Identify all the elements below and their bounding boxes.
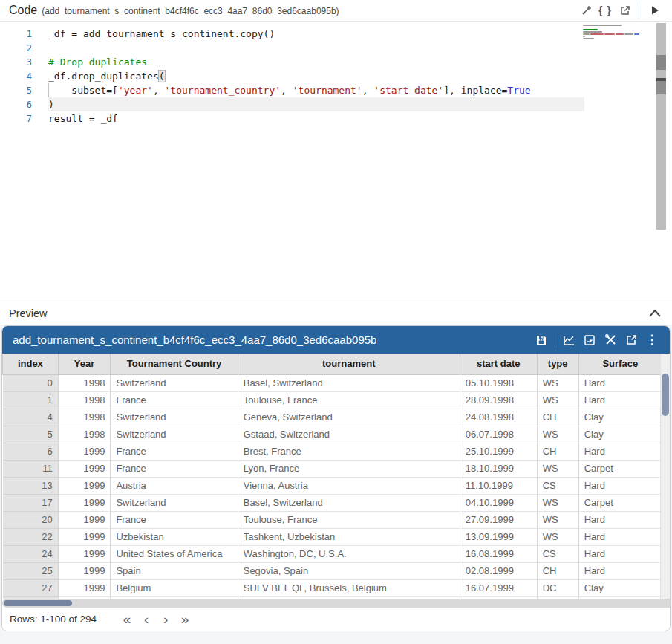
table-cell: 1998 xyxy=(58,409,111,426)
preview-section-header[interactable]: Preview xyxy=(0,302,672,325)
table-cell: Austria xyxy=(111,477,238,494)
column-header[interactable]: start date xyxy=(460,354,537,374)
table-cell: 1 xyxy=(3,391,59,409)
dataframe-table-container: indexYearTournament Countrytournamentsta… xyxy=(2,354,670,599)
table-cell: Carpet xyxy=(578,460,662,477)
table-cell: Clay xyxy=(578,409,662,426)
table-cell: 16.07.1999 xyxy=(460,579,537,596)
table-cell: United States of America xyxy=(111,545,238,562)
table-row[interactable]: 241999United States of AmericaWashington… xyxy=(3,545,671,562)
table-cell: Clay xyxy=(578,426,662,443)
code-text: result = _df xyxy=(48,111,584,126)
code-line[interactable]: 2 xyxy=(0,41,672,55)
line-number: 2 xyxy=(0,41,34,55)
table-cell: 1999 xyxy=(58,443,111,460)
table-cell: France xyxy=(111,391,238,409)
column-header[interactable]: index xyxy=(3,354,59,374)
collapse-preview-button[interactable] xyxy=(648,309,662,318)
table-vertical-scrollbar[interactable] xyxy=(660,354,670,599)
column-header[interactable]: type xyxy=(537,354,578,374)
tools-icon[interactable] xyxy=(600,331,621,349)
code-text: _df.drop_duplicates( xyxy=(48,69,584,83)
column-header[interactable]: tournament xyxy=(238,354,460,374)
save-icon[interactable] xyxy=(531,331,552,349)
insert-table-icon[interactable] xyxy=(579,331,600,349)
table-cell: 1998 xyxy=(58,426,111,443)
table-cell: CH xyxy=(537,409,578,426)
code-scrollbar[interactable] xyxy=(656,23,666,230)
code-line[interactable]: 4_df.drop_duplicates( xyxy=(0,69,672,83)
curly-braces-icon[interactable]: { } xyxy=(596,2,615,19)
code-editor[interactable]: 1_df = add_tournament_s_continent.copy()… xyxy=(0,22,672,302)
code-text: ) xyxy=(48,97,584,111)
minimap[interactable] xyxy=(583,25,652,40)
line-number: 4 xyxy=(0,69,34,83)
table-row[interactable]: 251999SpainSegovia, Spain02.08.1999CHHar… xyxy=(3,562,671,579)
table-cell: 11 xyxy=(3,460,59,477)
table-cell: CS xyxy=(537,477,578,494)
table-row[interactable]: 271999BelgiumSUI V BEL QF, Brussels, Bel… xyxy=(3,579,671,596)
column-header[interactable]: Surface xyxy=(578,354,662,374)
open-external-icon[interactable] xyxy=(621,331,642,349)
kebab-menu-icon[interactable]: ⋮ xyxy=(642,331,662,349)
table-cell: 11.10.1999 xyxy=(460,477,537,494)
code-line[interactable]: 7result = _df xyxy=(0,111,672,126)
column-header[interactable]: Year xyxy=(58,354,111,374)
line-number: 3 xyxy=(0,55,34,69)
code-line[interactable]: 5 subset=['year', 'tournament_country', … xyxy=(0,83,672,97)
chart-icon[interactable] xyxy=(558,331,579,349)
table-cell: 5 xyxy=(3,426,59,443)
table-cell: France xyxy=(111,443,238,460)
panel-footer: Rows: 1-100 of 294 «‹›» xyxy=(2,608,670,631)
table-cell: Uzbekistan xyxy=(111,528,238,545)
code-line[interactable]: 6) xyxy=(0,97,672,111)
table-cell: SUI V BEL QF, Brussels, Belgium xyxy=(238,579,460,596)
column-header[interactable]: Tournament Country xyxy=(111,354,238,374)
table-row[interactable]: 11998FranceToulouse, France28.09.1998WSH… xyxy=(3,391,671,409)
code-text: subset=['year', 'tournament_country', 't… xyxy=(48,83,584,97)
open-external-icon[interactable] xyxy=(615,2,634,19)
table-cell: 17 xyxy=(3,494,59,511)
table-row[interactable]: 111999FranceLyon, France18.10.1999WSCarp… xyxy=(3,460,671,477)
code-line[interactable]: 1_df = add_tournament_s_continent.copy() xyxy=(0,27,672,41)
table-body: 01998SwitzerlandBasel, Switzerland05.10.… xyxy=(3,374,671,599)
line-number: 7 xyxy=(0,111,34,126)
next-page-button[interactable]: › xyxy=(157,612,174,626)
table-cell: France xyxy=(111,511,238,528)
table-row[interactable]: 171999SwitzerlandBasel, Switzerland04.10… xyxy=(3,494,671,511)
dataframe-preview-panel: add_tournament_s_continent_b4cf4f6c_ecc3… xyxy=(1,325,671,631)
table-row[interactable]: 221999UzbekistanTashkent, Uzbekistan13.0… xyxy=(3,528,671,545)
run-icon[interactable] xyxy=(645,2,665,19)
magic-wand-icon[interactable] xyxy=(576,2,596,19)
table-row[interactable]: 01998SwitzerlandBasel, Switzerland05.10.… xyxy=(3,374,671,391)
table-horizontal-scrollbar[interactable] xyxy=(2,599,670,608)
table-cell: 27.09.1999 xyxy=(460,511,537,528)
prev-page-button[interactable]: ‹ xyxy=(138,612,154,626)
table-row[interactable]: 131999AustriaVienna, Austria11.10.1999CS… xyxy=(3,477,671,494)
table-cell: 1999 xyxy=(58,511,111,528)
table-cell: CH xyxy=(537,443,578,460)
table-horizontal-scrollbar-thumb[interactable] xyxy=(4,600,72,606)
table-cell: WS xyxy=(537,460,578,477)
table-cell: Switzerland xyxy=(111,494,238,511)
table-cell: 22 xyxy=(3,528,59,545)
table-cell: 05.10.1998 xyxy=(460,374,537,391)
table-cell: 02.08.1999 xyxy=(460,562,537,579)
table-row[interactable]: 41998SwitzerlandGeneva, Switzerland24.08… xyxy=(3,409,671,426)
table-cell: Basel, Switzerland xyxy=(238,494,460,511)
table-row[interactable]: 61999FranceBrest, France25.10.1999CHHard… xyxy=(3,443,671,460)
table-cell: 27 xyxy=(3,579,59,596)
code-scrollbar-thumb[interactable] xyxy=(656,55,666,70)
table-cell: Hard xyxy=(578,545,662,562)
table-cell: 28.09.1998 xyxy=(460,391,537,409)
table-cell: Belgium xyxy=(111,579,238,596)
line-number: 6 xyxy=(0,97,34,111)
code-scrollbar-thumb2[interactable] xyxy=(656,81,666,94)
table-row[interactable]: 201999FranceToulouse, France27.09.1999WS… xyxy=(3,511,671,528)
table-cell: Hard xyxy=(578,374,662,391)
last-page-button[interactable]: » xyxy=(177,612,193,626)
code-line[interactable]: 3# Drop duplicates xyxy=(0,55,672,69)
table-vertical-scrollbar-thumb[interactable] xyxy=(662,374,669,416)
first-page-button[interactable]: « xyxy=(119,612,135,626)
table-row[interactable]: 51998SwitzerlandGstaad, Switzerland06.07… xyxy=(3,426,671,443)
